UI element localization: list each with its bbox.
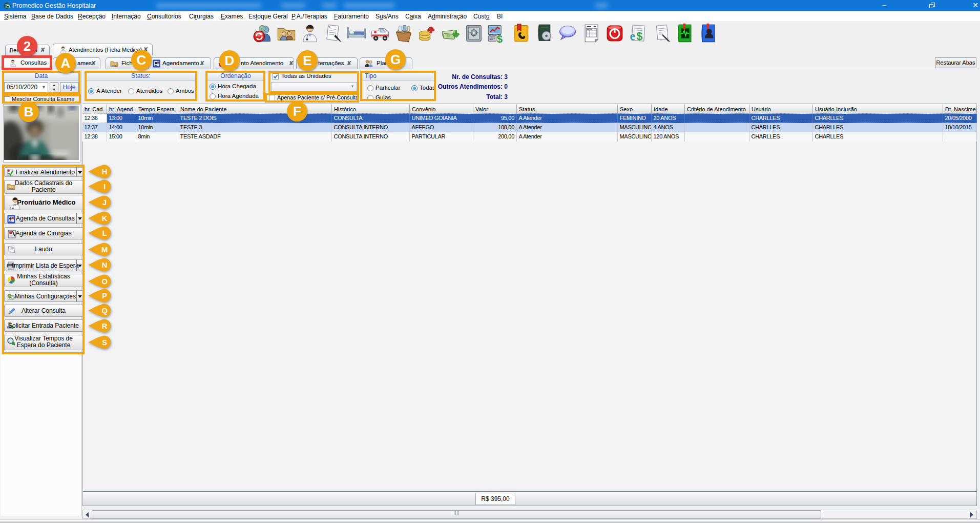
svg-text:e: e (630, 29, 635, 43)
svg-text:$: $ (636, 30, 642, 43)
svg-text:$: $ (497, 33, 503, 43)
